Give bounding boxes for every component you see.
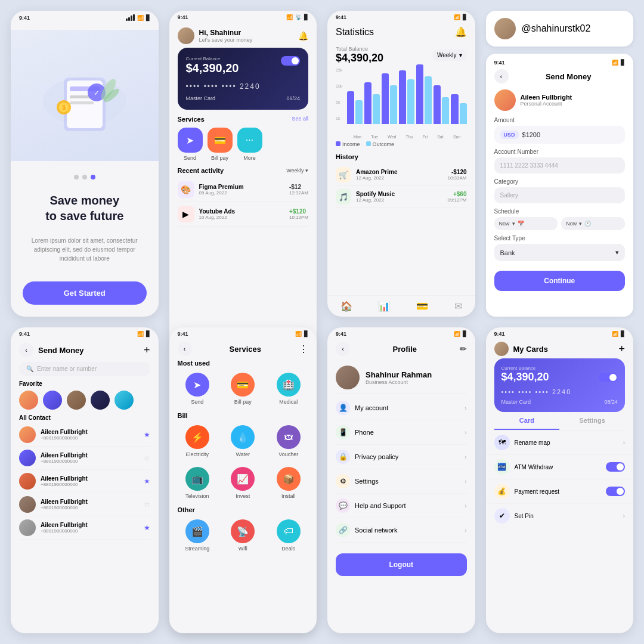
atm-toggle[interactable]	[606, 462, 625, 472]
bell-icon-3[interactable]: 🔔	[455, 26, 467, 38]
service-more[interactable]: ··· More	[237, 128, 262, 161]
card-toggle[interactable]	[281, 56, 300, 66]
contact-3[interactable]: Aileen Fullbright +8801900000000 ★	[19, 470, 150, 493]
tab-card[interactable]: Card	[494, 412, 560, 430]
service-streaming[interactable]: 🎬 Streaming	[178, 519, 218, 552]
card-balance-value: $4,390,20	[501, 371, 549, 383]
setting-rename[interactable]: 🗺 Rename map ›	[486, 431, 634, 455]
setting-payment[interactable]: 💰 Payment request	[486, 479, 634, 504]
income-legend: Income	[336, 141, 360, 147]
payment-toggle[interactable]	[606, 487, 625, 496]
battery-icon-8: ▊	[621, 331, 625, 337]
back-btn-7[interactable]: ‹	[336, 342, 350, 356]
star-icon-5[interactable]: ★	[144, 524, 150, 532]
contact-1[interactable]: Aileen Fullbright +8801900000000 ★	[19, 423, 150, 447]
add-card-icon[interactable]: +	[618, 343, 625, 355]
contact-4[interactable]: Aileen Fullbright +8801900000000 ☆	[19, 493, 150, 516]
fav-avatar-3[interactable]	[67, 391, 86, 410]
my-account-label: My account	[355, 404, 460, 411]
service-television[interactable]: 📺 Television	[178, 467, 218, 499]
service-send[interactable]: ➤ Send	[178, 128, 203, 161]
more-options-icon[interactable]: ⋮	[299, 343, 308, 355]
back-btn-6[interactable]: ‹	[178, 342, 192, 356]
service-wifi[interactable]: 📡 Wifi	[223, 519, 263, 552]
service-billpay[interactable]: 💳 Bill pay	[208, 128, 233, 161]
card-toggle-8[interactable]	[599, 373, 618, 382]
search-placeholder: Enter name or number	[37, 366, 97, 372]
notification-icon[interactable]: 🔔	[298, 31, 308, 41]
contact-5[interactable]: Aileen Fullbright +8801900000000 ★	[19, 516, 150, 540]
schedule-from[interactable]: Now ▾ 📅	[494, 217, 558, 230]
contact-avatar-5	[19, 519, 36, 536]
search-box[interactable]: 🔍 Enter name or number	[19, 362, 150, 376]
service-billpay-6[interactable]: 💳 Bill pay	[223, 373, 263, 405]
fav-avatar-1[interactable]	[19, 391, 38, 410]
service-send-6[interactable]: ➤ Send	[178, 373, 218, 405]
bar-fri	[416, 64, 432, 124]
rename-label: Rename map	[515, 439, 618, 446]
currency-badge: USD	[500, 131, 519, 139]
back-button[interactable]: ‹	[494, 69, 509, 83]
nav-home-3[interactable]: 🏠	[340, 301, 352, 312]
service-medical-6[interactable]: 🏥 Medical	[269, 373, 309, 405]
privacy-icon: 🔒	[336, 450, 350, 464]
menu-phone[interactable]: 📱 Phone ›	[336, 420, 467, 445]
menu-social[interactable]: 🔗 Social network ›	[336, 518, 467, 543]
schedule-to[interactable]: Now ▾ 🕐	[561, 217, 625, 230]
setting-atm[interactable]: 🏧 ATM Withdraw	[486, 455, 634, 479]
clock-icon: 🕐	[584, 221, 591, 227]
star-icon-2[interactable]: ☆	[144, 454, 150, 462]
schedule-from-val: Now	[499, 221, 510, 227]
other-grid: 📺 Television 📈 Invest 📦 Install	[169, 462, 317, 504]
type-select[interactable]: Bank ▾	[494, 244, 626, 261]
recipient-avatar	[494, 89, 516, 111]
nav-chart-3[interactable]: 📊	[378, 301, 390, 312]
figma-name: Figma Premium	[199, 184, 284, 190]
logout-button[interactable]: Logout	[336, 553, 467, 576]
billpay-icon-6: 💳	[231, 373, 255, 397]
setting-pin[interactable]: ✔ Set Pin ›	[486, 504, 634, 528]
income-bar-thu	[399, 70, 406, 124]
edit-icon[interactable]: ✏	[460, 344, 467, 354]
service-water[interactable]: 💧 Water	[223, 425, 263, 457]
calendar-icon: 📅	[518, 221, 524, 227]
service-install[interactable]: 📦 Install	[269, 467, 309, 499]
service-invest[interactable]: 📈 Invest	[223, 467, 263, 499]
contact-2[interactable]: Aileen Fullbright +8801900000000 ☆	[19, 447, 150, 470]
menu-help[interactable]: 💬 Help and Support ›	[336, 494, 467, 518]
continue-button[interactable]: Continue	[494, 271, 626, 291]
add-contact-icon[interactable]: +	[144, 344, 150, 357]
service-electricity[interactable]: ⚡ Electricity	[178, 425, 218, 457]
star-icon-4[interactable]: ☆	[144, 500, 150, 509]
tab-settings[interactable]: Settings	[559, 412, 625, 430]
get-started-button[interactable]: Get Started	[23, 281, 147, 305]
service-voucher[interactable]: 🎟 Voucher	[269, 425, 309, 457]
fav-avatar-2[interactable]	[43, 391, 62, 410]
see-all-link[interactable]: See all	[292, 116, 308, 123]
outcome-dot	[366, 141, 371, 146]
star-icon-3[interactable]: ★	[144, 477, 150, 485]
menu-my-account[interactable]: 👤 My account ›	[336, 396, 467, 420]
favorites-avatars	[19, 391, 150, 410]
billpay-icon: 💳	[208, 128, 233, 153]
nav-card-3[interactable]: 💳	[416, 301, 428, 312]
my-credit-card: Current Balance $4,390,20 •••• •••• ••••…	[494, 358, 626, 412]
menu-privacy[interactable]: 🔒 Privacy poalicy ›	[336, 445, 467, 469]
battery-icon-2: ▊	[304, 14, 308, 20]
billpay-label-6: Bill pay	[234, 399, 252, 405]
rename-icon: 🗺	[494, 435, 510, 450]
amount-input[interactable]: USD $1200	[494, 126, 626, 144]
back-btn-5[interactable]: ‹	[19, 343, 33, 357]
nav-mail-3[interactable]: ✉	[454, 301, 462, 312]
weekly-select[interactable]: Weekly ▾	[432, 49, 467, 61]
fav-avatar-5[interactable]	[114, 391, 134, 410]
weekly-filter[interactable]: Weekly ▾	[286, 168, 308, 174]
statistics-title: Statistics	[336, 27, 374, 38]
fav-avatar-4[interactable]	[91, 391, 110, 410]
account-number-input[interactable]: 1111 2222 3333 4444	[494, 157, 626, 174]
youtube-amount: +$120	[289, 208, 308, 215]
service-deals[interactable]: 🏷 Deals	[269, 519, 309, 552]
star-icon-1[interactable]: ★	[144, 431, 150, 439]
menu-settings[interactable]: ⚙ Settings ›	[336, 469, 467, 494]
category-input[interactable]: Sallery	[494, 187, 626, 203]
